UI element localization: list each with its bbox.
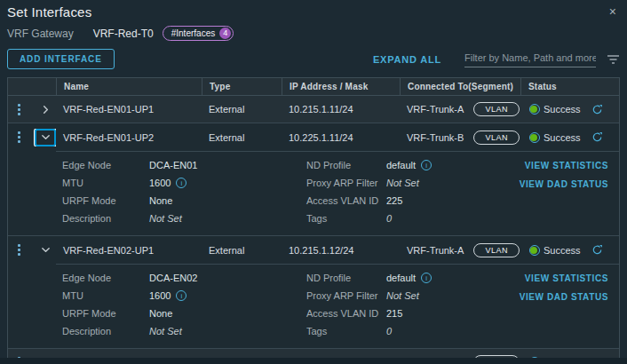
status-cell: Success	[520, 131, 619, 143]
refresh-icon[interactable]	[591, 131, 603, 143]
detail-label: URPF Mode	[62, 308, 149, 319]
detail-value: default	[386, 160, 416, 170]
filter-icon[interactable]	[607, 53, 620, 65]
detail-field: Proxy ARP Filter Not Set	[306, 174, 475, 192]
view-dad-status-link[interactable]: VIEW DAD STATUS	[520, 292, 608, 302]
detail-label: Description	[62, 213, 149, 224]
interface-row-group: VRF-Red-EN01-UP1 External 10.215.1.11/24…	[8, 96, 619, 123]
detail-label: Description	[62, 326, 149, 336]
interface-ip: 10.215.1.11/24	[282, 104, 400, 115]
page-title: Set Interfaces	[7, 4, 620, 20]
detail-field: Description Not Set	[62, 210, 306, 227]
detail-value: 1600	[149, 290, 171, 301]
set-interfaces-dialog: × Set Interfaces VRF Gateway VRF-Red-T0 …	[0, 0, 627, 364]
status-dot	[530, 106, 537, 113]
interface-details: Edge Node DCA-EN01 MTU 1600 i URPF Mode …	[8, 151, 619, 236]
detail-value: Not Set	[149, 213, 182, 224]
status-text: Success	[544, 245, 581, 256]
detail-label: Tags	[306, 213, 386, 224]
row-controls	[8, 129, 56, 146]
left-scrollbar-track	[0, 62, 4, 364]
header-ip: IP Address / Mask	[282, 78, 400, 95]
interfaces-table: Name Type IP Address / Mask Connected To…	[7, 77, 620, 364]
row-menu-icon[interactable]	[8, 108, 29, 111]
row-menu-icon[interactable]	[8, 136, 29, 138]
expand-chevron-icon[interactable]	[35, 129, 56, 146]
status-dot	[530, 134, 537, 141]
gateway-label: VRF Gateway	[7, 28, 74, 40]
gateway-name: VRF-Red-T0	[93, 28, 154, 40]
detail-value: DCA-EN01	[149, 160, 197, 170]
close-icon[interactable]: ×	[609, 5, 616, 18]
detail-value: Not Set	[149, 326, 182, 336]
detail-label: Proxy ARP Filter	[306, 178, 386, 188]
details-column-right: ND Profile default i Proxy ARP Filter No…	[306, 156, 475, 227]
detail-label: MTU	[62, 178, 149, 188]
add-interface-button[interactable]: ADD INTERFACE	[7, 49, 115, 69]
interface-name: VRF-Red-EN01-UP1	[56, 104, 202, 115]
interface-name: VRF-Red-EN02-UP1	[56, 245, 202, 256]
connected-segment-cell: VRF-Trunk-A VLAN i	[400, 243, 520, 257]
detail-value: 0	[386, 326, 392, 336]
interfaces-badge-label: #Interfaces	[171, 28, 215, 38]
interface-type: External	[202, 245, 282, 256]
view-statistics-link[interactable]: VIEW STATISTICS	[525, 273, 608, 283]
detail-label: Tags	[306, 326, 386, 336]
interface-ip: 10.225.1.11/24	[282, 132, 400, 143]
detail-field: Description Not Set	[62, 322, 306, 340]
detail-label: ND Profile	[306, 160, 386, 170]
detail-value: None	[149, 195, 172, 206]
expand-all-link[interactable]: EXPAND ALL	[373, 54, 441, 65]
detail-label: Edge Node	[62, 160, 149, 170]
segment-type-badge: VLAN	[473, 243, 520, 257]
interface-details: Edge Node DCA-EN02 MTU 1600 i URPF Mode …	[8, 264, 619, 349]
view-dad-status-link[interactable]: VIEW DAD STATUS	[520, 179, 608, 189]
detail-value: 215	[386, 308, 402, 319]
detail-value: Not Set	[386, 178, 419, 188]
segment-type-badge: VLAN	[473, 131, 520, 145]
table-body: VRF-Red-EN01-UP1 External 10.215.1.11/24…	[8, 96, 619, 364]
status-dot	[530, 247, 537, 254]
details-column-right: ND Profile default i Proxy ARP Filter No…	[306, 269, 475, 340]
header-status: Status	[520, 78, 619, 95]
detail-field: URPF Mode None	[62, 192, 306, 210]
interface-ip: 10.215.1.12/24	[282, 245, 400, 256]
table-header: Name Type IP Address / Mask Connected To…	[8, 78, 619, 96]
header-controls	[8, 78, 56, 95]
info-icon[interactable]: i	[421, 160, 432, 170]
toolbar: ADD INTERFACE EXPAND ALL	[7, 49, 620, 69]
detail-value: Not Set	[386, 290, 419, 301]
status-text: Success	[544, 132, 581, 143]
info-icon[interactable]: i	[176, 178, 187, 188]
interfaces-badge-count: 4	[219, 28, 231, 39]
filter-input[interactable]	[464, 51, 596, 67]
expand-chevron-icon[interactable]	[35, 100, 56, 118]
gateway-subheader: VRF Gateway VRF-Red-T0 #Interfaces 4	[7, 26, 620, 41]
details-links: VIEW STATISTICS VIEW DAD STATUS	[475, 269, 608, 340]
detail-field: ND Profile default i	[306, 156, 475, 174]
row-menu-icon[interactable]	[8, 249, 29, 251]
status-cell: Success	[520, 104, 619, 115]
status-cell: Success	[520, 244, 619, 256]
detail-field: Tags 0	[306, 322, 475, 340]
toolbar-right: EXPAND ALL	[373, 51, 620, 67]
info-icon[interactable]: i	[176, 290, 187, 301]
table-row[interactable]: VRF-Red-EN01-UP2 External 10.225.1.11/24…	[8, 123, 619, 151]
details-inner: Edge Node DCA-EN02 MTU 1600 i URPF Mode …	[8, 265, 619, 348]
segment-name: VRF-Trunk-A	[407, 104, 464, 115]
table-row[interactable]: VRF-Red-EN01-UP1 External 10.215.1.11/24…	[8, 96, 619, 123]
view-statistics-link[interactable]: VIEW STATISTICS	[525, 161, 608, 170]
refresh-icon[interactable]	[591, 244, 603, 256]
detail-field: ND Profile default i	[306, 269, 475, 287]
info-icon[interactable]: i	[421, 273, 432, 283]
refresh-icon[interactable]	[591, 104, 603, 115]
detail-field: Tags 0	[306, 210, 475, 227]
expand-chevron-icon[interactable]	[35, 241, 56, 259]
table-row[interactable]: VRF-Red-EN02-UP1 External 10.215.1.12/24…	[8, 236, 619, 264]
filter-wrap	[464, 51, 620, 67]
detail-value: None	[149, 308, 172, 319]
detail-field: Access VLAN ID 225	[306, 192, 475, 210]
header-name: Name	[56, 78, 202, 95]
details-column-left: Edge Node DCA-EN01 MTU 1600 i URPF Mode …	[62, 156, 306, 227]
interfaces-count-badge[interactable]: #Interfaces 4	[163, 26, 234, 41]
